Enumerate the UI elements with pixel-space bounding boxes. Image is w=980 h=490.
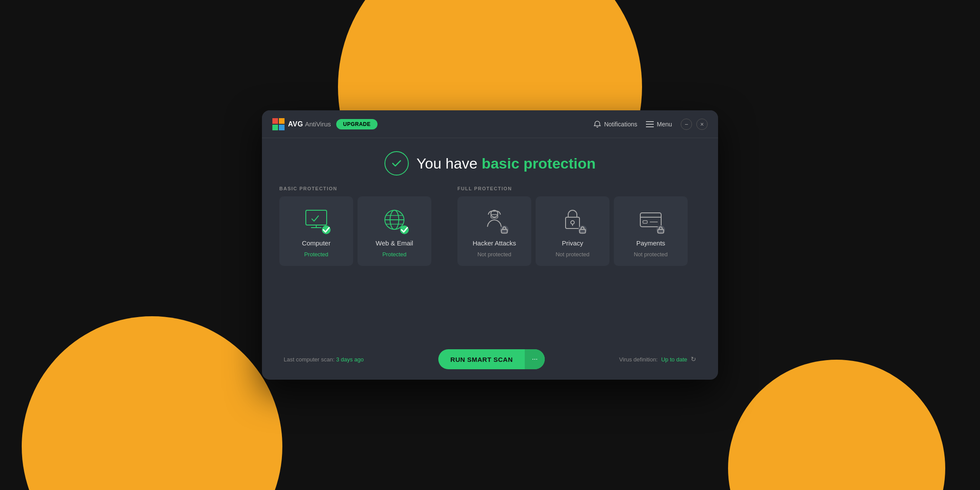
- status-check-circle: [384, 151, 409, 175]
- svg-rect-24: [643, 221, 647, 223]
- hacker-attacks-card-title: Hacker Attacks: [473, 239, 516, 247]
- svg-point-19: [571, 221, 574, 224]
- bottom-bar: Last computer scan: 3 days ago RUN SMART…: [279, 349, 701, 369]
- basic-protection-label: BASIC PROTECTION: [279, 186, 431, 191]
- title-bar: AVG AntiVirus UPGRADE Notifications Menu: [262, 110, 718, 138]
- svg-rect-21: [579, 229, 585, 233]
- computer-icon-area: [301, 205, 331, 235]
- last-scan-info: Last computer scan: 3 days ago: [284, 356, 364, 363]
- basic-protection-group: BASIC PROTECTION: [279, 186, 431, 266]
- menu-button[interactable]: Menu: [646, 121, 672, 128]
- check-icon: [391, 157, 403, 169]
- svg-rect-26: [658, 229, 663, 233]
- payments-icon-area: [636, 205, 666, 235]
- privacy-card[interactable]: Privacy Not protected: [536, 196, 609, 266]
- hacker-attacks-icon-area: [479, 205, 510, 235]
- computer-card-status: Protected: [304, 251, 328, 258]
- full-protection-group: FULL PROTECTION: [457, 186, 701, 266]
- avg-logo: AVG AntiVirus: [272, 118, 331, 130]
- avg-logo-icon: [272, 118, 285, 130]
- hamburger-icon: [646, 121, 654, 127]
- status-green-text: basic protection: [482, 155, 596, 172]
- payments-card[interactable]: Payments Not protected: [614, 196, 688, 266]
- notifications-button[interactable]: Notifications: [593, 120, 637, 128]
- privacy-icon-area: [557, 205, 588, 235]
- payments-card-status: Not protected: [634, 251, 668, 258]
- protection-section: BASIC PROTECTION: [279, 186, 701, 266]
- basic-cards-row: Computer Protected: [279, 196, 431, 266]
- menu-label: Menu: [657, 121, 672, 128]
- window-controls: − ×: [681, 119, 708, 130]
- title-bar-left: AVG AntiVirus UPGRADE: [272, 118, 377, 130]
- app-window: AVG AntiVirus UPGRADE Notifications Menu: [262, 110, 718, 380]
- status-title: You have basic protection: [417, 155, 596, 172]
- privacy-card-status: Not protected: [556, 251, 589, 258]
- lock-icon: [500, 216, 509, 244]
- hacker-attacks-badge: [500, 225, 509, 234]
- computer-card[interactable]: Computer Protected: [279, 196, 353, 266]
- full-cards-row: Hacker Attacks Not protected: [457, 196, 701, 266]
- run-scan-label: RUN SMART SCAN: [438, 350, 525, 369]
- svg-rect-3: [279, 125, 285, 130]
- close-button[interactable]: ×: [696, 119, 708, 130]
- svg-rect-17: [501, 229, 507, 233]
- hacker-attacks-card-status: Not protected: [477, 251, 511, 258]
- privacy-lock-icon: [578, 216, 587, 244]
- hacker-attacks-card[interactable]: Hacker Attacks Not protected: [457, 196, 531, 266]
- svg-rect-18: [566, 217, 579, 228]
- svg-rect-1: [279, 118, 285, 124]
- payments-lock-icon: [656, 216, 665, 244]
- bg-decoration-bottom-right: [728, 360, 945, 490]
- payments-badge: [656, 225, 665, 234]
- minimize-button[interactable]: −: [681, 119, 692, 130]
- scan-more-options[interactable]: ···: [525, 349, 544, 369]
- computer-badge: [322, 225, 331, 234]
- main-content: You have basic protection BASIC PROTECTI…: [262, 138, 718, 380]
- app-name-text: AntiVirus: [305, 120, 331, 128]
- title-bar-right: Notifications Menu − ×: [593, 119, 708, 130]
- avg-brand-text: AVG: [288, 120, 303, 128]
- computer-check-icon: [322, 216, 331, 244]
- bg-decoration-bottom-left: [22, 316, 282, 490]
- web-email-icon-area: [379, 205, 410, 235]
- web-email-badge: [400, 225, 409, 234]
- bell-icon: [593, 120, 601, 128]
- svg-rect-0: [272, 118, 278, 124]
- web-email-card[interactable]: Web & Email Protected: [358, 196, 431, 266]
- full-protection-label: FULL PROTECTION: [457, 186, 701, 191]
- web-email-card-status: Protected: [382, 251, 407, 258]
- status-prefix: You have: [417, 155, 482, 172]
- virus-def-info: Virus definition: Up to date ↻: [619, 355, 696, 363]
- svg-rect-2: [272, 125, 278, 130]
- run-scan-button[interactable]: RUN SMART SCAN ···: [438, 349, 545, 369]
- upgrade-button[interactable]: UPGRADE: [336, 119, 378, 129]
- status-header: You have basic protection: [384, 151, 596, 175]
- privacy-badge: [578, 225, 587, 234]
- web-email-check-icon: [400, 216, 409, 244]
- notifications-label: Notifications: [604, 121, 637, 128]
